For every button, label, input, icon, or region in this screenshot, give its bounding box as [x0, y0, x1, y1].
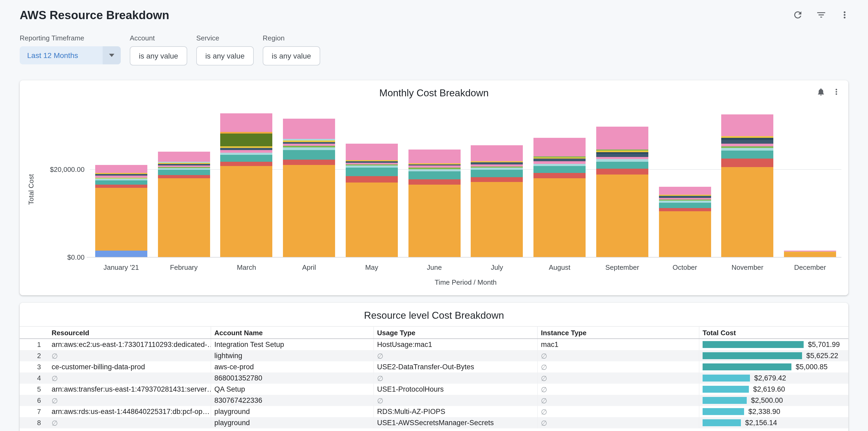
bar-segment-pink[interactable] [659, 187, 711, 195]
bar-segment-teal[interactable] [596, 162, 648, 169]
bar-segment-cyan[interactable] [471, 167, 523, 170]
alert-bell-icon[interactable] [816, 87, 826, 96]
bar-segment-cyan[interactable] [220, 153, 273, 155]
bar-segment-teal[interactable] [158, 170, 210, 175]
bar-segment-pink[interactable] [95, 176, 147, 178]
bar-segment-cyan[interactable] [659, 201, 711, 203]
bar-segment-pink[interactable] [283, 144, 335, 146]
bar-segment-teal[interactable] [95, 180, 147, 185]
stacked-bar[interactable] [721, 114, 774, 257]
bar-segment-pink[interactable] [220, 113, 273, 132]
bar-segment-red[interactable] [596, 169, 648, 175]
column-header-usage-type[interactable]: Usage Type [374, 327, 538, 338]
stacked-bar[interactable] [158, 152, 210, 257]
bar-segment-orange[interactable] [346, 183, 398, 257]
bar-segment-teal[interactable] [346, 167, 398, 176]
stacked-bar[interactable] [408, 150, 460, 257]
bar-segment-orange[interactable] [220, 166, 273, 257]
bar-segment-pink[interactable] [220, 150, 273, 153]
bar-segment-slate[interactable] [596, 154, 648, 157]
bar-segment-red[interactable] [471, 177, 523, 182]
column-header-account-name[interactable]: Account Name [211, 327, 374, 338]
bar-segment-pink[interactable] [596, 157, 648, 159]
bar-segment-slate[interactable] [659, 196, 711, 198]
bar-segment-orange[interactable] [95, 188, 147, 251]
bar-segment-orange[interactable] [659, 211, 711, 257]
bar-segment-orange[interactable] [471, 182, 523, 257]
bar-segment-pink[interactable] [533, 138, 586, 156]
bar-segment-slate[interactable] [533, 159, 586, 161]
timeframe-dropdown[interactable]: Last 12 Months [20, 46, 121, 64]
stacked-bar[interactable] [471, 145, 523, 257]
bar-segment-cyan[interactable] [596, 159, 648, 162]
bar-segment-red[interactable] [721, 159, 774, 167]
bar-segment-teal[interactable] [220, 155, 273, 162]
bar-segment-orange[interactable] [283, 165, 335, 257]
bar-segment-pink[interactable] [471, 164, 523, 166]
kebab-menu-icon[interactable] [839, 9, 850, 20]
stacked-bar[interactable] [784, 251, 836, 257]
bar-segment-orange[interactable] [158, 178, 210, 257]
bar-segment-orange[interactable] [533, 178, 586, 257]
bar-segment-navy[interactable] [721, 138, 774, 140]
bar-segment-pink[interactable] [533, 161, 586, 164]
bar-segment-pink[interactable] [408, 165, 460, 167]
bar-segment-teal[interactable] [408, 171, 460, 179]
bar-segment-teal[interactable] [721, 151, 774, 159]
bar-segment-blue[interactable] [95, 251, 147, 257]
bar-segment-cyan[interactable] [283, 147, 335, 150]
bar-segment-cyan[interactable] [346, 165, 398, 167]
bar-segment-red[interactable] [283, 160, 335, 165]
bar-segment-olive[interactable] [220, 133, 273, 146]
bar-segment-teal[interactable] [283, 150, 335, 160]
bar-segment-slate[interactable] [471, 162, 523, 164]
bar-segment-orange[interactable] [408, 185, 460, 257]
stacked-bar[interactable] [95, 165, 147, 257]
bar-segment-pink[interactable] [596, 127, 648, 150]
region-filter-button[interactable]: is any value [263, 46, 320, 65]
account-filter-button[interactable]: is any value [130, 46, 187, 65]
bar-segment-slate[interactable] [220, 148, 273, 150]
bar-segment-red[interactable] [158, 175, 210, 178]
chart-kebab-icon[interactable] [832, 87, 841, 96]
service-filter-button[interactable]: is any value [196, 46, 254, 65]
bar-segment-teal[interactable] [471, 170, 523, 177]
bar-segment-pink[interactable] [721, 144, 774, 146]
column-header-instance-type[interactable]: Instance Type [538, 327, 700, 338]
bar-segment-teal[interactable] [659, 203, 711, 208]
bar-segment-teal[interactable] [533, 166, 586, 173]
bar-segment-cyan[interactable] [533, 164, 586, 166]
bar-segment-pink[interactable] [95, 165, 147, 173]
stacked-bar[interactable] [659, 187, 711, 257]
bar-segment-cyan[interactable] [408, 169, 460, 171]
bar-segment-red[interactable] [220, 162, 273, 166]
column-header-resourceid[interactable]: ResourceId [49, 327, 211, 338]
bar-segment-red[interactable] [533, 173, 586, 178]
stacked-bar[interactable] [346, 144, 398, 257]
bar-segment-pink[interactable] [346, 144, 398, 160]
bar-segment-orange[interactable] [721, 167, 774, 257]
bar-segment-red[interactable] [95, 185, 147, 188]
bar-segment-slate[interactable] [721, 140, 774, 144]
stacked-bar[interactable] [220, 113, 273, 257]
refresh-icon[interactable] [793, 9, 803, 20]
bar-segment-pink[interactable] [408, 150, 460, 163]
bar-segment-pink[interactable] [721, 114, 774, 136]
bar-segment-pink[interactable] [471, 145, 523, 161]
cell-total-cost: $5,000.85 [700, 361, 848, 372]
column-header-total-cost[interactable]: Total Cost [700, 327, 848, 338]
cell-usage-type: RDS:Multi-AZ-PIOPS [374, 406, 538, 417]
bar-segment-red[interactable] [408, 179, 460, 185]
stacked-bar[interactable] [283, 119, 335, 257]
bar-segment-orange[interactable] [596, 175, 648, 257]
filter-icon[interactable] [816, 9, 827, 20]
bar-segment-orange[interactable] [784, 252, 836, 257]
bar-segment-pink[interactable] [158, 152, 210, 162]
bar-segment-cyan[interactable] [721, 148, 774, 151]
bar-segment-red[interactable] [346, 176, 398, 183]
bar-segment-red[interactable] [659, 208, 711, 211]
bar-segment-pink[interactable] [283, 119, 335, 139]
stacked-bar[interactable] [533, 138, 586, 257]
stacked-bar[interactable] [596, 127, 648, 257]
cell-instance-type: ∅ [538, 406, 700, 417]
